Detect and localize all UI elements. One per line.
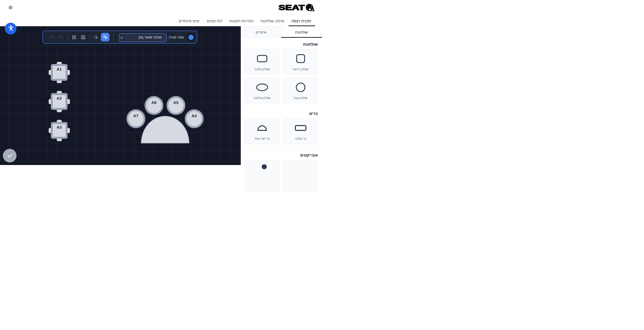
svg-text:AI: AI <box>312 9 314 11</box>
svg-text:SEAT: SEAT <box>278 4 305 11</box>
